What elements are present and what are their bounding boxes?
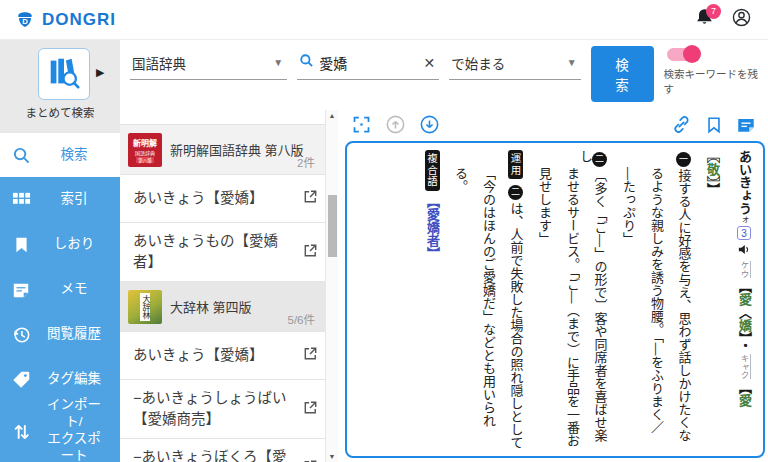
dictionary-header-row[interactable]: 大辞林大辞林 第四版5/6件 [120, 282, 325, 332]
matome-search-label: まとめて検索 [0, 104, 120, 120]
memo-button[interactable] [736, 115, 756, 139]
note-icon [0, 281, 42, 299]
toggle-knob [683, 45, 701, 63]
scrollbar-thumb[interactable] [328, 195, 337, 257]
dictionary-cover: 大辞林 [128, 290, 162, 324]
dictionary-cover: 新明解国語辞典第八版 [128, 133, 162, 167]
link-icon [671, 114, 692, 139]
search-button[interactable]: 検索 [591, 46, 654, 102]
search-bar: 国語辞典 ▼ ✕ で始まる ▼ 検索 検索キーワー [120, 40, 768, 110]
compound-word-link[interactable]: 【愛嬌者】 [425, 195, 440, 260]
sidebar-item-label: 検索 [42, 147, 120, 164]
search-icon [299, 53, 314, 72]
sidebar-item-6[interactable]: インポート/ エクスポート [0, 402, 120, 460]
grid-icon [0, 190, 42, 209]
external-link-icon[interactable] [302, 242, 319, 263]
memo-icon [736, 115, 756, 139]
external-link-icon[interactable] [302, 188, 319, 209]
sidebar-item-label: タグ編集 [42, 371, 120, 388]
result-count: 5/6件 [288, 311, 316, 327]
copy-link-button[interactable] [671, 114, 692, 139]
results-list: 新明解国語辞典第八版新明解国語辞典 第八版2件あいきょう【愛嬌】あいきょうもの【… [120, 110, 325, 462]
chevron-down-icon: ▼ [567, 57, 577, 68]
viewer-toolbar [345, 110, 768, 141]
external-link-icon[interactable] [302, 345, 319, 366]
entry-label: −あいきょうぼくろ【愛嬌黒子】 [133, 447, 298, 462]
sidebar-item-3[interactable]: メモ [0, 267, 120, 312]
dictionary-title: 新明解国語辞典 第八版 [170, 140, 304, 159]
entry-text-column-2: 一接する人に好感を与え、思わず話しかけたくな [668, 150, 691, 451]
expand-button[interactable] [351, 114, 372, 139]
dictionary-title: 大辞林 第四版 [170, 297, 252, 316]
sidebar-item-2[interactable]: しおり [0, 222, 120, 267]
sidebar-item-label: メモ [42, 281, 120, 298]
list-scrollbar[interactable]: ▲ ▼ [325, 110, 338, 462]
entry-text-column-7: 見せします」 [528, 150, 551, 451]
dongri-app: D DONGRI 7 ▶ まとめて検索 検索索引しおりメモ閲覧履歴タグ編集インポ… [0, 0, 768, 462]
matome-caret-icon[interactable]: ▶ [96, 66, 104, 79]
result-entry-row[interactable]: あいきょう【愛嬌】 [120, 332, 325, 380]
search-field: ✕ [297, 46, 439, 80]
matome-search-section: ▶ まとめて検索 [0, 40, 120, 133]
dictionary-header-row[interactable]: 新明解国語辞典第八版新明解国語辞典 第八版2件 [120, 125, 325, 175]
dictionary-entry-panel: あいきょうォ3ケウ【愛〈嬌】・キャク【愛〖敬〗】一接する人に好感を与え、思わず話… [345, 141, 765, 458]
entry-text-column-6: ませるサービス。「ご―（まで）に手品を一番お [556, 150, 579, 451]
entry-text-column-5: 二〔多く「ご―」の形で〕客や同席者を喜ばせ楽し [584, 150, 607, 451]
chevron-down-icon: ▼ [273, 57, 283, 68]
history-icon [0, 325, 42, 344]
search-icon [0, 146, 42, 165]
arrow-up-circle-icon [385, 114, 406, 139]
user-icon [731, 7, 752, 32]
bookmark-button[interactable] [705, 116, 723, 138]
sidebar-item-5[interactable]: タグ編集 [0, 357, 120, 402]
sidebar-item-0[interactable]: 検索 [0, 133, 120, 177]
scroll-down-icon[interactable]: ▼ [326, 453, 338, 460]
svg-text:D: D [22, 16, 28, 25]
matome-search-button[interactable] [38, 48, 90, 100]
app-header: D DONGRI 7 [0, 0, 768, 40]
brand-name: DONGRI [42, 10, 116, 30]
keep-keyword-toggle[interactable] [667, 48, 699, 61]
match-mode-select[interactable]: で始まる ▼ [449, 46, 580, 80]
entry-text-column-11: 複合語【愛嬌者】 [416, 150, 439, 451]
entry-text-column-4: ―たっぷり」 [612, 150, 635, 451]
dictionary-select[interactable]: 国語辞典 ▼ [130, 46, 287, 80]
notification-badge: 7 [706, 4, 721, 19]
external-link-icon[interactable] [302, 458, 319, 462]
result-entry-row[interactable]: あいきょうもの【愛嬌者】 [120, 223, 325, 282]
search-input[interactable] [319, 55, 416, 71]
external-link-icon[interactable] [302, 399, 319, 420]
entry-label: あいきょう【愛嬌】 [133, 188, 298, 209]
dongri-logo: D DONGRI [14, 7, 116, 33]
sidebar-item-label: しおり [42, 236, 120, 253]
result-entry-row[interactable]: あいきょう【愛嬌】 [120, 175, 325, 223]
sidebar-item-label: 閲覧履歴 [42, 326, 120, 343]
entry-text-column-1: 〖敬〗】 [696, 150, 719, 451]
entry-label: あいきょうもの【愛嬌者】 [133, 231, 298, 273]
entry-text-column-9: 「今のはほんのご愛嬌だ」などとも用いられ [472, 150, 495, 451]
entry-text-column-0: あいきょうォ3ケウ【愛〈嬌】・キャク【愛 [724, 150, 751, 451]
acorn-icon: D [14, 7, 36, 33]
result-count: 2件 [297, 154, 315, 170]
next-entry-button[interactable] [419, 114, 440, 139]
tag-icon [0, 370, 42, 389]
entry-label: あいきょう【愛嬌】 [133, 345, 298, 366]
bookmark-icon [0, 236, 42, 253]
match-mode-value: で始まる [451, 53, 505, 73]
entry-label: −あいきょうしょうばい【愛嬌商売】 [133, 388, 298, 430]
dictionary-select-value: 国語辞典 [132, 53, 186, 73]
prev-entry-button[interactable] [385, 114, 406, 139]
account-button[interactable] [731, 7, 752, 32]
result-entry-row[interactable]: −あいきょうぼくろ【愛嬌黒子】 [120, 439, 325, 462]
sidebar-item-label: 索引 [42, 191, 120, 208]
sidebar-item-1[interactable]: 索引 [0, 177, 120, 222]
updown-icon [0, 422, 42, 441]
result-entry-row[interactable]: −あいきょうしょうばい【愛嬌商売】 [120, 380, 325, 439]
notifications-button[interactable]: 7 [693, 9, 715, 31]
entry-text-column-8: 運用二は、人前で失敗した場合の照れ隠しとして [500, 150, 523, 451]
entry-text-column-3: るような親しみを誘う物腰。「―をふりまく／ [640, 150, 663, 451]
clear-search-icon[interactable]: ✕ [422, 55, 438, 71]
keep-keyword-label: 検索キーワードを残す [664, 66, 768, 96]
sidebar-item-4[interactable]: 閲覧履歴 [0, 312, 120, 357]
scroll-up-icon[interactable]: ▲ [326, 112, 338, 119]
